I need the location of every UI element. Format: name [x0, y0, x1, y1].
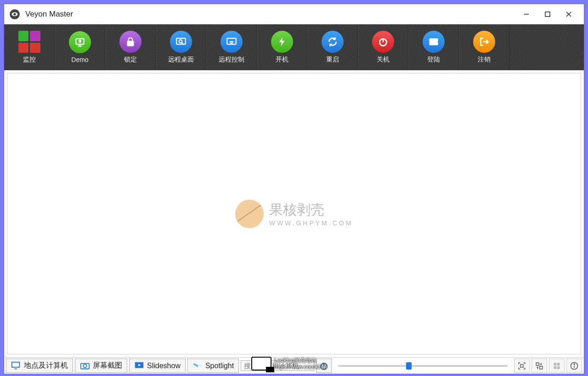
svg-rect-21 — [12, 362, 19, 367]
app-icon — [9, 8, 21, 20]
svg-line-14 — [182, 43, 183, 44]
overlay-line2: https://www.cocokl.cn — [274, 364, 327, 370]
toolbar-remote-control[interactable]: 远程控制 — [206, 24, 257, 70]
monitor-grid-icon — [18, 31, 40, 53]
svg-rect-19 — [430, 39, 437, 41]
toolbar-demo[interactable]: Demo — [55, 24, 105, 70]
info-button[interactable] — [566, 359, 582, 373]
sort-button[interactable] — [531, 359, 547, 373]
monitor-outline-icon — [11, 362, 21, 370]
watermark-text2: WWW.GHPYM.COM — [269, 219, 353, 227]
app-title: Veyon Master — [25, 10, 73, 19]
toolbar-shutdown[interactable]: 关机 — [358, 24, 408, 70]
toolbar-monitor[interactable]: 监控 — [4, 24, 55, 70]
power-icon — [372, 31, 394, 53]
tab-locations[interactable]: 地点及计算机 — [6, 359, 73, 373]
fit-button[interactable] — [514, 359, 530, 373]
overlay-monitor-icon — [251, 357, 271, 370]
content-panel: 果核剥壳 WWW.GHPYM.COM — [7, 73, 581, 354]
overlay-tooltip: LeoKing的充电站 https://www.cocokl.cn — [251, 354, 352, 373]
svg-rect-31 — [554, 363, 556, 365]
svg-point-13 — [179, 40, 182, 43]
tab-label: Spotlight — [205, 362, 234, 370]
watermark: 果核剥壳 WWW.GHPYM.COM — [235, 200, 353, 228]
toolbar-label: 重启 — [326, 56, 339, 64]
maximize-button[interactable] — [537, 7, 558, 22]
toolbar-label: 登陆 — [427, 56, 440, 64]
tab-screenshot[interactable]: 屏幕截图 — [75, 359, 127, 373]
toolbar-login[interactable]: 登陆 — [408, 24, 459, 70]
minimize-button[interactable] — [516, 7, 537, 22]
watermark-icon — [235, 200, 264, 228]
tab-spotlight[interactable]: Spotlight — [187, 359, 239, 373]
toolbar-label: 开机 — [276, 56, 288, 64]
app-window: Veyon Master 监控 Demo 锁定 远程桌面 远程控制 开机 — [4, 4, 584, 374]
grid-button[interactable] — [549, 359, 565, 373]
svg-point-10 — [79, 40, 81, 42]
presentation-icon — [69, 31, 91, 53]
server-icon — [423, 31, 445, 53]
svg-rect-34 — [557, 366, 560, 369]
svg-rect-30 — [540, 366, 543, 369]
wifi-screen-icon — [220, 31, 243, 53]
tab-label: Slideshow — [147, 362, 181, 370]
svg-point-2 — [13, 13, 16, 15]
toolbar-remote-desktop[interactable]: 远程桌面 — [156, 24, 206, 70]
svg-rect-28 — [520, 365, 523, 367]
refresh-icon — [322, 31, 344, 53]
toolbar-logout[interactable]: 注销 — [459, 24, 509, 70]
bolt-icon — [271, 31, 293, 53]
toolbar-label: 远程桌面 — [168, 56, 194, 64]
toolbar-label: 关机 — [377, 56, 390, 64]
toolbar-reboot[interactable]: 重启 — [307, 24, 358, 70]
svg-rect-12 — [176, 38, 186, 44]
toolbar-label: 远程控制 — [219, 56, 244, 64]
titlebar: Veyon Master — [4, 4, 584, 24]
toolbar-label: 监控 — [23, 56, 36, 64]
svg-rect-11 — [128, 41, 134, 46]
toolbar-label: 注销 — [478, 56, 491, 64]
tab-label: 地点及计算机 — [24, 361, 68, 370]
svg-rect-33 — [554, 366, 556, 369]
svg-rect-4 — [545, 12, 550, 17]
watermark-text1: 果核剥壳 — [269, 201, 353, 219]
exit-icon — [473, 31, 495, 53]
svg-rect-20 — [430, 42, 437, 45]
overlay-line1: LeoKing的充电站 — [274, 357, 327, 364]
play-screen-icon — [134, 362, 144, 370]
zoom-slider[interactable] — [334, 359, 512, 373]
svg-rect-29 — [536, 363, 539, 365]
magnify-screen-icon — [170, 31, 192, 53]
tab-slideshow[interactable]: Slideshow — [129, 359, 186, 373]
svg-rect-32 — [557, 363, 560, 365]
toolbar-lock[interactable]: 锁定 — [105, 24, 156, 70]
tab-label: 屏幕截图 — [93, 361, 122, 370]
svg-point-37 — [574, 364, 575, 365]
close-button[interactable] — [558, 7, 579, 22]
lock-icon — [119, 31, 141, 53]
svg-point-16 — [231, 43, 232, 44]
flashlight-icon — [192, 362, 203, 370]
toolbar-label: 锁定 — [124, 56, 137, 64]
main-toolbar: 监控 Demo 锁定 远程桌面 远程控制 开机 重启 关机 — [4, 24, 584, 70]
svg-point-24 — [83, 365, 86, 368]
toolbar-label: Demo — [71, 56, 88, 63]
toolbar-power-on[interactable]: 开机 — [257, 24, 307, 70]
camera-icon — [80, 362, 90, 370]
